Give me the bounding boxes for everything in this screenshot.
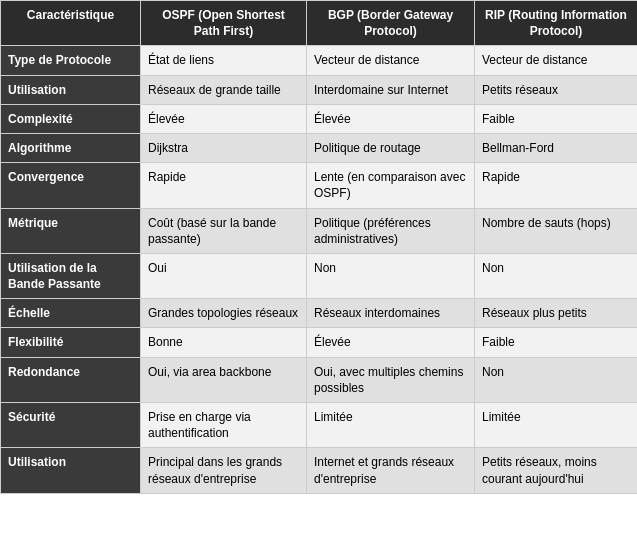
- row-bgp: Oui, avec multiples chemins possibles: [307, 357, 475, 402]
- row-bgp: Interdomaine sur Internet: [307, 75, 475, 104]
- comparison-table: Caractéristique OSPF (Open Shortest Path…: [0, 0, 637, 494]
- row-bgp: Lente (en comparaison avec OSPF): [307, 163, 475, 208]
- table-row: AlgorithmeDijkstraPolitique de routageBe…: [1, 133, 638, 162]
- row-bgp: Politique (préférences administratives): [307, 208, 475, 253]
- row-label: Type de Protocole: [1, 46, 141, 75]
- table-row: MétriqueCoût (basé sur la bande passante…: [1, 208, 638, 253]
- table-row: UtilisationPrincipal dans les grands rés…: [1, 448, 638, 493]
- row-label: Algorithme: [1, 133, 141, 162]
- row-label: Flexibilité: [1, 328, 141, 357]
- row-rip: Réseaux plus petits: [475, 299, 638, 328]
- row-rip: Vecteur de distance: [475, 46, 638, 75]
- row-ospf: Rapide: [141, 163, 307, 208]
- row-rip: Nombre de sauts (hops): [475, 208, 638, 253]
- row-rip: Petits réseaux: [475, 75, 638, 104]
- header-row: Caractéristique OSPF (Open Shortest Path…: [1, 1, 638, 46]
- row-rip: Non: [475, 253, 638, 298]
- row-label: Complexité: [1, 104, 141, 133]
- row-label: Métrique: [1, 208, 141, 253]
- table-row: Type de ProtocoleÉtat de liensVecteur de…: [1, 46, 638, 75]
- row-label: Convergence: [1, 163, 141, 208]
- row-label: Utilisation: [1, 448, 141, 493]
- table-row: ComplexitéÉlevéeÉlevéeFaible: [1, 104, 638, 133]
- header-bgp: BGP (Border Gateway Protocol): [307, 1, 475, 46]
- table-row: SécuritéPrise en charge via authentifica…: [1, 403, 638, 448]
- table-row: UtilisationRéseaux de grande tailleInter…: [1, 75, 638, 104]
- table-row: RedondanceOui, via area backboneOui, ave…: [1, 357, 638, 402]
- row-bgp: Vecteur de distance: [307, 46, 475, 75]
- header-rip: RIP (Routing Information Protocol): [475, 1, 638, 46]
- row-bgp: Élevée: [307, 104, 475, 133]
- header-caracteristique: Caractéristique: [1, 1, 141, 46]
- table-row: ConvergenceRapideLente (en comparaison a…: [1, 163, 638, 208]
- row-rip: Faible: [475, 104, 638, 133]
- row-ospf: Oui: [141, 253, 307, 298]
- row-label: Redondance: [1, 357, 141, 402]
- row-rip: Faible: [475, 328, 638, 357]
- row-rip: Non: [475, 357, 638, 402]
- row-ospf: Bonne: [141, 328, 307, 357]
- table-row: Utilisation de la Bande PassanteOuiNonNo…: [1, 253, 638, 298]
- row-bgp: Limitée: [307, 403, 475, 448]
- row-ospf: Dijkstra: [141, 133, 307, 162]
- row-bgp: Élevée: [307, 328, 475, 357]
- row-ospf: Principal dans les grands réseaux d'entr…: [141, 448, 307, 493]
- row-label: Sécurité: [1, 403, 141, 448]
- row-bgp: Non: [307, 253, 475, 298]
- row-label: Utilisation de la Bande Passante: [1, 253, 141, 298]
- header-ospf: OSPF (Open Shortest Path First): [141, 1, 307, 46]
- table-row: FlexibilitéBonneÉlevéeFaible: [1, 328, 638, 357]
- row-label: Utilisation: [1, 75, 141, 104]
- row-ospf: Élevée: [141, 104, 307, 133]
- row-ospf: Prise en charge via authentification: [141, 403, 307, 448]
- row-label: Échelle: [1, 299, 141, 328]
- row-ospf: Coût (basé sur la bande passante): [141, 208, 307, 253]
- row-rip: Petits réseaux, moins courant aujourd'hu…: [475, 448, 638, 493]
- row-rip: Bellman-Ford: [475, 133, 638, 162]
- row-ospf: État de liens: [141, 46, 307, 75]
- row-bgp: Politique de routage: [307, 133, 475, 162]
- row-ospf: Oui, via area backbone: [141, 357, 307, 402]
- table-row: ÉchelleGrandes topologies réseauxRéseaux…: [1, 299, 638, 328]
- row-ospf: Grandes topologies réseaux: [141, 299, 307, 328]
- row-bgp: Réseaux interdomaines: [307, 299, 475, 328]
- row-bgp: Internet et grands réseaux d'entreprise: [307, 448, 475, 493]
- row-rip: Limitée: [475, 403, 638, 448]
- row-rip: Rapide: [475, 163, 638, 208]
- row-ospf: Réseaux de grande taille: [141, 75, 307, 104]
